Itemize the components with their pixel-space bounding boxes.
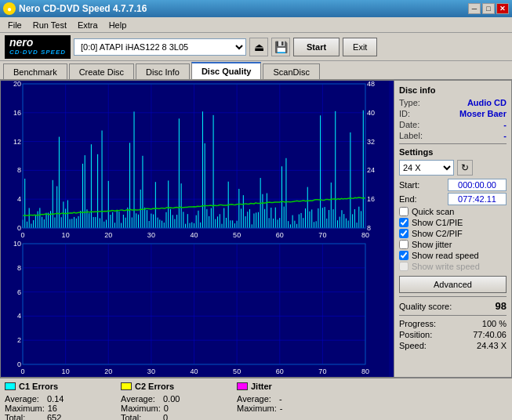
c1-total-row: Total: 652: [5, 413, 114, 420]
progress-value: 100 %: [482, 319, 507, 328]
main-content: Disc info Type: Audio CD ID: Moser Baer …: [0, 80, 512, 378]
close-button[interactable]: ✕: [496, 3, 509, 14]
advanced-button[interactable]: Advanced: [399, 276, 507, 293]
start-time-input[interactable]: [448, 179, 507, 191]
c2-total-label: Total:: [121, 413, 160, 420]
show-c2-pif-row: Show C2/PIF: [399, 229, 507, 238]
c1-average-value: 0.14: [47, 394, 64, 404]
jitter-color-box: [237, 382, 248, 390]
disc-type-row: Type: Audio CD: [399, 98, 507, 107]
start-button[interactable]: Start: [293, 38, 340, 56]
toolbar: nero CD·DVD SPEED [0:0] ATAPI iHAS122 8 …: [0, 33, 512, 61]
c2-average-row: Average: 0.00: [121, 394, 231, 404]
speed-row-prog: Speed: 24.43 X: [399, 341, 507, 350]
tab-disc-info[interactable]: Disc Info: [136, 63, 190, 79]
eject-icon-button[interactable]: ⏏: [249, 38, 268, 56]
show-read-speed-label: Show read speed: [412, 251, 479, 260]
position-label: Position:: [399, 330, 432, 339]
disc-id-label: ID:: [399, 109, 410, 118]
show-jitter-label: Show jitter: [412, 240, 452, 249]
jitter-average-label: Average:: [237, 394, 276, 404]
c1-header: C1 Errors: [5, 382, 114, 391]
menu-extra[interactable]: Extra: [73, 19, 103, 31]
disc-date-row: Date: -: [399, 120, 507, 129]
quality-score-row: Quality score: 98: [399, 300, 507, 312]
minimize-button[interactable]: ─: [468, 3, 481, 14]
start-time-row: Start:: [399, 179, 507, 191]
c2-color-box: [121, 382, 132, 390]
disc-type-label: Type:: [399, 98, 420, 107]
show-c2-pif-label: Show C2/PIF: [412, 229, 463, 238]
jitter-col: Jitter Average: - Maximum: -: [237, 382, 347, 420]
drive-select[interactable]: [0:0] ATAPI iHAS122 8 3L05: [74, 38, 246, 56]
c1-maximum-label: Maximum:: [5, 404, 45, 413]
tab-scandisc[interactable]: ScanDisc: [263, 63, 319, 79]
show-c2-pif-checkbox[interactable]: [399, 229, 409, 238]
tab-create-disc[interactable]: Create Disc: [69, 63, 134, 79]
c1-total-label: Total:: [5, 413, 44, 420]
jitter-average-value: -: [279, 394, 282, 404]
quick-scan-row: Quick scan: [399, 207, 507, 216]
chart-area: [0, 80, 394, 378]
quick-scan-checkbox[interactable]: [399, 207, 409, 216]
exit-button[interactable]: Exit: [343, 38, 377, 56]
tab-disc-quality[interactable]: Disc Quality: [191, 62, 262, 79]
show-c1-pie-row: Show C1/PIE: [399, 218, 507, 227]
c2-maximum-row: Maximum: 0: [121, 404, 231, 413]
c2-average-value: 0.00: [163, 394, 180, 404]
jitter-label: Jitter: [251, 382, 272, 391]
side-panel: Disc info Type: Audio CD ID: Moser Baer …: [394, 80, 512, 378]
quality-score-value: 98: [496, 300, 507, 312]
jitter-average-row: Average: -: [237, 394, 347, 404]
disc-label-row: Label: -: [399, 131, 507, 140]
show-read-speed-checkbox[interactable]: [399, 251, 409, 260]
nero-logo: nero CD·DVD SPEED: [5, 35, 71, 59]
speed-row: 24 X ↻: [399, 160, 507, 176]
menu-run-test[interactable]: Run Test: [28, 19, 71, 31]
progress-row: Progress: 100 %: [399, 319, 507, 328]
divider-1: [399, 143, 507, 144]
c1-label: C1 Errors: [19, 382, 58, 391]
speed-select[interactable]: 24 X: [399, 160, 454, 176]
quick-scan-label: Quick scan: [412, 207, 454, 216]
status-bar: C1 Errors Average: 0.14 Maximum: 16 Tota…: [0, 378, 512, 420]
menu-file[interactable]: File: [3, 19, 27, 31]
menu-bar: File Run Test Extra Help: [0, 17, 512, 33]
maximize-button[interactable]: □: [482, 3, 495, 14]
show-write-speed-label: Show write speed: [412, 262, 480, 271]
title-bar-left: ● Nero CD-DVD Speed 4.7.7.16: [3, 2, 147, 15]
c2-average-label: Average:: [121, 394, 160, 404]
settings-title: Settings: [399, 147, 507, 157]
c1-maximum-row: Maximum: 16: [5, 404, 114, 413]
disc-label-label: Label:: [399, 131, 423, 140]
end-time-label: End:: [399, 194, 417, 204]
c2-total-row: Total: 0: [121, 413, 231, 420]
c1-color-box: [5, 382, 16, 390]
c1-maximum-value: 16: [48, 404, 57, 413]
c1-errors-col: C1 Errors Average: 0.14 Maximum: 16 Tota…: [5, 382, 114, 420]
show-jitter-row: Show jitter: [399, 240, 507, 249]
c2-errors-col: C2 Errors Average: 0.00 Maximum: 0 Total…: [121, 382, 231, 420]
show-c1-pie-label: Show C1/PIE: [412, 218, 463, 227]
show-write-speed-checkbox: [399, 262, 409, 271]
menu-help[interactable]: Help: [104, 19, 132, 31]
tab-benchmark[interactable]: Benchmark: [3, 63, 67, 79]
c2-label: C2 Errors: [135, 382, 174, 391]
show-c1-pie-checkbox[interactable]: [399, 218, 409, 227]
quality-score-label: Quality score:: [399, 302, 452, 311]
refresh-button[interactable]: ↻: [457, 160, 473, 176]
jitter-maximum-value: -: [280, 404, 283, 413]
title-bar: ● Nero CD-DVD Speed 4.7.7.16 ─ □ ✕: [0, 0, 512, 17]
speed-value: 24.43 X: [477, 341, 507, 350]
save-icon-button[interactable]: 💾: [271, 38, 290, 56]
disc-id-value: Moser Baer: [459, 109, 507, 118]
end-time-input[interactable]: [448, 193, 507, 205]
end-time-row: End:: [399, 193, 507, 205]
show-jitter-checkbox[interactable]: [399, 240, 409, 249]
tabs-bar: Benchmark Create Disc Disc Info Disc Qua…: [0, 61, 512, 80]
divider-2: [399, 296, 507, 297]
position-row: Position: 77:40.06: [399, 330, 507, 339]
title-bar-buttons: ─ □ ✕: [468, 3, 509, 14]
jitter-header: Jitter: [237, 382, 347, 391]
speed-label: Speed:: [399, 341, 427, 350]
